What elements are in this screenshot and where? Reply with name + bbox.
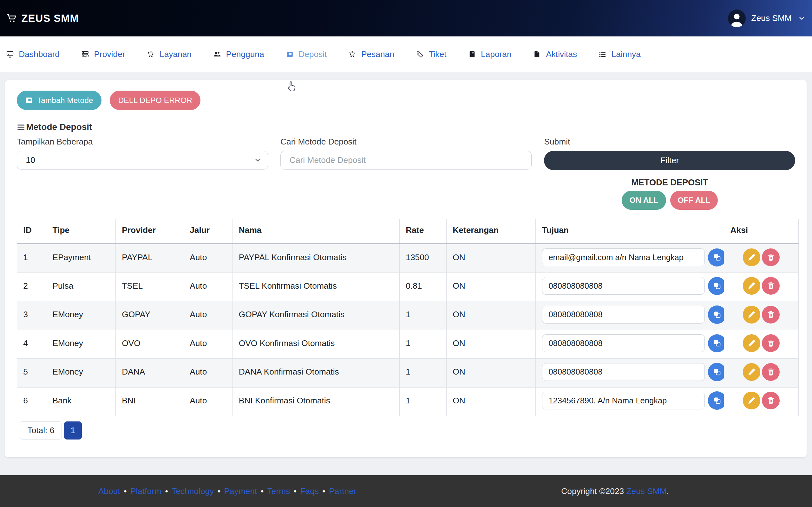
- cell-id: 2: [17, 273, 46, 301]
- copy-icon: [713, 253, 722, 262]
- page-1-button[interactable]: 1: [64, 421, 82, 440]
- filter-button[interactable]: Filter: [544, 151, 795, 170]
- cell-rate: 13500: [399, 244, 446, 273]
- table-row: 6BankBNIAutoBNI Konfirmasi Otomatis1ON: [17, 387, 798, 416]
- nav-item-lainnya[interactable]: Lainnya: [599, 49, 641, 59]
- off-all-button[interactable]: OFF ALL: [670, 191, 717, 210]
- nav-item-tiket[interactable]: Tiket: [416, 49, 447, 59]
- delete-button[interactable]: [762, 363, 780, 381]
- pencil-icon: [747, 253, 756, 262]
- dell-depo-error-label: DELL DEPO ERROR: [118, 96, 192, 105]
- footer-link-platform[interactable]: Platform: [131, 487, 161, 496]
- cell-provider: DANA: [115, 359, 183, 387]
- cell-jalur: Auto: [183, 273, 233, 301]
- cell-jalur: Auto: [183, 244, 233, 273]
- nav-item-aktivitas[interactable]: Aktivitas: [534, 49, 577, 59]
- footer-link-terms[interactable]: Terms: [267, 487, 290, 496]
- tujuan-input[interactable]: [542, 334, 705, 352]
- column-header-nama: Nama: [233, 219, 399, 244]
- nav-item-deposit[interactable]: Deposit: [286, 49, 327, 59]
- cell-nama: GOPAY Konfirmasi Otomatis: [233, 301, 399, 330]
- tujuan-input[interactable]: [542, 306, 705, 324]
- nav-item-layanan[interactable]: Layanan: [147, 49, 192, 59]
- journal-icon: [468, 51, 476, 58]
- user-menu[interactable]: Zeus SMM: [728, 9, 805, 27]
- nav-item-pengguna[interactable]: Pengguna: [213, 49, 264, 59]
- edit-button[interactable]: [743, 392, 761, 409]
- cell-nama: PAYPAL Konfirmasi Otomatis: [233, 244, 399, 273]
- nav-item-laporan[interactable]: Laporan: [468, 49, 512, 59]
- delete-button[interactable]: [762, 248, 780, 266]
- footer-link-faqs[interactable]: Faqs: [300, 487, 319, 496]
- cell-keterangan: ON: [446, 387, 536, 416]
- search-input[interactable]: [281, 151, 531, 170]
- bulk-toggle-buttons: ON ALL OFF ALL: [544, 191, 795, 210]
- nav-item-dashboard[interactable]: Dashboard: [6, 49, 60, 59]
- delete-button[interactable]: [762, 277, 780, 295]
- mouse-cursor-pointer: [287, 80, 298, 93]
- nav-item-pesanan[interactable]: Pesanan: [349, 49, 394, 59]
- edit-button[interactable]: [743, 306, 761, 324]
- copy-button[interactable]: [708, 277, 724, 295]
- tujuan-input[interactable]: [542, 363, 705, 381]
- cell-jalur: Auto: [183, 359, 233, 387]
- copy-button[interactable]: [708, 248, 724, 267]
- tujuan-input[interactable]: [542, 277, 705, 295]
- brand-title: ZEUS SMM: [21, 12, 79, 24]
- trash-icon: [767, 311, 775, 319]
- column-header-keterangan: Keterangan: [446, 219, 536, 244]
- cell-tipe: EMoney: [46, 301, 115, 330]
- cell-tujuan: [536, 301, 724, 330]
- cell-id: 6: [17, 387, 46, 416]
- trash-icon: [767, 339, 775, 347]
- delete-button[interactable]: [762, 334, 780, 352]
- show-entries-select[interactable]: 10: [17, 151, 268, 170]
- search-label: Cari Metode Deposit: [281, 137, 531, 147]
- delete-button[interactable]: [762, 306, 780, 324]
- tambah-metode-button[interactable]: Tambah Metode: [17, 91, 101, 110]
- nav-item-provider[interactable]: Provider: [82, 49, 125, 59]
- edit-button[interactable]: [743, 248, 761, 266]
- cell-aksi: [724, 387, 798, 416]
- cell-aksi: [724, 330, 798, 358]
- nav-item-label: Pesanan: [361, 49, 394, 59]
- tujuan-input[interactable]: [542, 392, 705, 409]
- section-title-label: Metode Deposit: [26, 122, 92, 132]
- copy-icon: [713, 310, 722, 319]
- copy-button[interactable]: [708, 305, 724, 324]
- on-all-button[interactable]: ON ALL: [622, 191, 666, 210]
- table-row: 1EPaymentPAYPALAutoPAYPAL Konfirmasi Oto…: [17, 244, 798, 273]
- toolbar: Tambah Metode DELL DEPO ERROR: [17, 91, 796, 110]
- brand[interactable]: ZEUS SMM: [7, 12, 79, 24]
- dell-depo-error-button[interactable]: DELL DEPO ERROR: [110, 91, 200, 110]
- copy-button[interactable]: [708, 334, 724, 353]
- edit-button[interactable]: [743, 363, 761, 381]
- copyright-brand-link[interactable]: Zeus SMM: [626, 487, 666, 496]
- footer-link-payment[interactable]: Payment: [224, 487, 257, 496]
- pencil-icon: [747, 368, 756, 376]
- show-entries-label: Tampilkan Beberapa: [17, 137, 268, 147]
- footer-link-partner[interactable]: Partner: [329, 487, 356, 496]
- edit-button[interactable]: [743, 277, 761, 295]
- footer-link-technology[interactable]: Technology: [171, 487, 214, 496]
- table-header-row: IDTipeProviderJalurNamaRateKeteranganTuj…: [17, 219, 798, 244]
- filters-row: Tampilkan Beberapa 10 Cari Metode Deposi…: [17, 137, 796, 210]
- tujuan-input[interactable]: [542, 248, 705, 266]
- cell-nama: BNI Konfirmasi Otomatis: [233, 387, 399, 416]
- cell-rate: 1: [399, 301, 446, 330]
- cell-keterangan: ON: [446, 244, 536, 273]
- copy-button[interactable]: [708, 363, 724, 381]
- cell-provider: TSEL: [115, 273, 183, 301]
- copyright-text: Copyright ©2023: [561, 487, 626, 496]
- cell-rate: 1: [399, 387, 446, 416]
- edit-button[interactable]: [743, 334, 761, 352]
- section-title: Metode Deposit: [17, 122, 796, 132]
- footer-link-about[interactable]: About: [98, 487, 120, 496]
- copyright-period: .: [667, 487, 669, 496]
- column-header-rate: Rate: [399, 219, 446, 244]
- table-wrap: IDTipeProviderJalurNamaRateKeteranganTuj…: [17, 219, 796, 416]
- table-row: 2PulsaTSELAutoTSEL Konfirmasi Otomatis0.…: [17, 273, 798, 301]
- cell-tujuan: [536, 244, 724, 273]
- copy-button[interactable]: [708, 391, 724, 410]
- delete-button[interactable]: [762, 392, 780, 409]
